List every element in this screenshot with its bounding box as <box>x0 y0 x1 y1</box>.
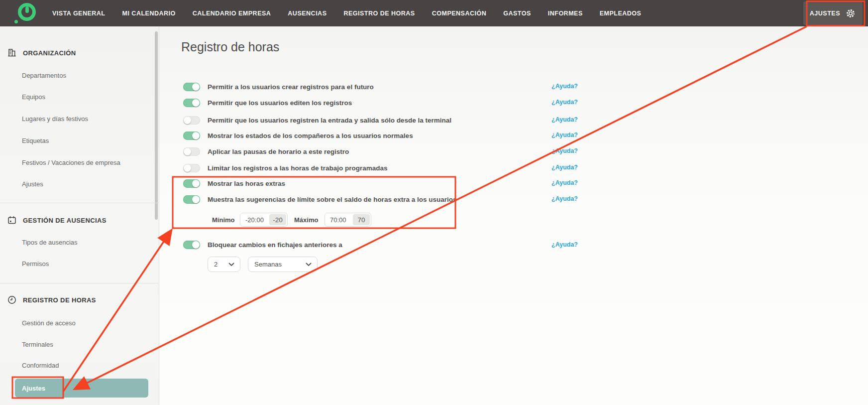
sidebar-item-gestion-de-acceso[interactable]: Gestión de acceso <box>22 319 76 327</box>
sidebar-section-gestion-ausencias: GESTIÓN DE AUSENCIAS <box>7 215 107 226</box>
setting-label: Mostrar las horas extras <box>208 180 285 187</box>
sidebar-item-lugares-dias-festivos[interactable]: Lugares y días festivos <box>22 115 88 123</box>
block-unit-select[interactable]: Semanas <box>248 257 318 272</box>
setting-row: Aplicar las pausas de horario a este reg… <box>183 144 349 158</box>
sidebar-item-ajustes-organizacion[interactable]: Ajustes <box>22 180 43 188</box>
app-logo-icon[interactable] <box>16 3 37 23</box>
nav-item-registro-de-horas[interactable]: REGISTRO DE HORAS <box>343 10 415 17</box>
toggle-estados-companeros[interactable] <box>183 132 200 140</box>
help-link[interactable]: ¿Ayuda? <box>551 83 578 90</box>
logo-dot <box>14 20 18 23</box>
setting-label: Muestra las sugerencias de límite sobre … <box>208 196 456 203</box>
settings-button-label: AJUSTES <box>810 10 840 17</box>
sidebar-item-etiquetas[interactable]: Etiquetas <box>22 137 49 144</box>
min-hours-value: -20:00 <box>240 213 268 226</box>
nav-item-gastos[interactable]: GASTOS <box>503 10 531 17</box>
nav-item-compensacion[interactable]: COMPENSACIÓN <box>432 10 486 17</box>
gear-icon <box>845 8 856 19</box>
sidebar-item-festivos-vacaciones[interactable]: Festivos / Vacaciones de empresa <box>22 159 120 166</box>
settings-page: { "nav": { "items": ["VISTA GENERAL", "M… <box>0 0 868 405</box>
calendar-icon <box>7 215 17 225</box>
clock-icon <box>7 295 17 305</box>
setting-label: Mostrar los estados de los compañeros a … <box>208 132 413 139</box>
max-hours-value: 70:00 <box>325 213 352 226</box>
nav-item-ausencias[interactable]: AUSENCIAS <box>288 10 326 17</box>
setting-row: Permitir que los usuarios registren la e… <box>183 113 451 127</box>
setting-row: Bloquear cambios en fichajes anteriores … <box>183 238 342 252</box>
sidebar-scrollbar-thumb[interactable] <box>155 31 158 220</box>
toggle-bloquear-cambios[interactable] <box>183 241 200 249</box>
sidebar-item-terminales[interactable]: Terminales <box>22 341 53 348</box>
toggle-sugerencias-limite[interactable] <box>183 195 200 204</box>
toggle-editar-registros[interactable] <box>183 99 200 107</box>
toggle-mostrar-horas-extras[interactable] <box>183 179 200 188</box>
nav-item-empleados[interactable]: EMPLEADOS <box>600 10 642 17</box>
sidebar-section-registro-de-horas: REGISTRO DE HORAS <box>7 294 96 305</box>
chevron-down-icon <box>228 263 234 267</box>
min-hours-input[interactable]: -20:00 -20 <box>240 213 288 227</box>
top-nav-bar: VISTA GENERAL MI CALENDARIO CALENDARIO E… <box>0 0 868 26</box>
sidebar-section-title: ORGANIZACIÓN <box>23 49 76 57</box>
sidebar-section-title: GESTIÓN DE AUSENCIAS <box>23 217 107 224</box>
help-link[interactable]: ¿Ayuda? <box>551 241 578 248</box>
settings-button[interactable]: AJUSTES <box>803 1 863 25</box>
setting-row: Mostrar los estados de los compañeros a … <box>183 129 413 142</box>
sidebar-item-conformidad[interactable]: Conformidad <box>22 362 59 369</box>
nav-item-vista-general[interactable]: VISTA GENERAL <box>52 10 106 17</box>
sidebar-item-departamentos[interactable]: Departamentos <box>22 72 66 79</box>
chevron-down-icon <box>306 263 312 267</box>
sidebar-divider <box>0 203 159 203</box>
sidebar-item-equipos[interactable]: Equipos <box>22 93 45 101</box>
help-link[interactable]: ¿Ayuda? <box>551 99 578 106</box>
toggle-limitar-horas-programadas[interactable] <box>183 164 200 172</box>
max-hours-badge: 70 <box>353 214 370 225</box>
sidebar: ORGANIZACIÓN Departamentos Equipos Lugar… <box>0 26 159 405</box>
sidebar-item-ajustes-active[interactable]: Ajustes <box>15 379 148 398</box>
help-link[interactable]: ¿Ayuda? <box>551 179 578 186</box>
block-amount-select[interactable]: 2 <box>208 257 240 272</box>
help-link[interactable]: ¿Ayuda? <box>551 116 578 123</box>
help-link[interactable]: ¿Ayuda? <box>551 147 578 154</box>
nav-item-mi-calendario[interactable]: MI CALENDARIO <box>122 10 176 17</box>
page-title: Registro de horas <box>181 40 279 54</box>
sidebar-divider <box>0 283 159 283</box>
sidebar-section-title: REGISTRO DE HORAS <box>23 296 96 304</box>
sidebar-section-organizacion: ORGANIZACIÓN <box>7 47 76 58</box>
building-icon <box>7 48 17 58</box>
help-link[interactable]: ¿Ayuda? <box>551 132 578 138</box>
logo-hand <box>25 6 29 13</box>
setting-label: Permitir que los usuarios editen los reg… <box>208 99 352 107</box>
toggle-pausas-horario[interactable] <box>183 147 200 156</box>
setting-label: Permitir que los usuarios registren la e… <box>208 117 451 124</box>
help-link[interactable]: ¿Ayuda? <box>551 164 578 171</box>
sidebar-item-permisos[interactable]: Permisos <box>22 260 49 268</box>
nav-item-calendario-empresa[interactable]: CALENDARIO EMPRESA <box>193 10 271 17</box>
min-label: Mínimo <box>212 216 235 224</box>
block-unit-value: Semanas <box>254 261 282 268</box>
min-hours-badge: -20 <box>269 214 286 225</box>
help-link[interactable]: ¿Ayuda? <box>551 195 578 202</box>
setting-label: Permitir a los usuarios crear registros … <box>208 83 374 91</box>
setting-row: Mostrar las horas extras <box>183 176 285 190</box>
setting-row: Limitar los registros a las horas de tra… <box>183 161 388 175</box>
block-amount-value: 2 <box>214 261 217 268</box>
toggle-solo-terminal[interactable] <box>183 116 200 125</box>
setting-label: Aplicar las pausas de horario a este reg… <box>208 148 349 155</box>
max-hours-input[interactable]: 70:00 70 <box>325 213 371 227</box>
toggle-crear-registros-futuro[interactable] <box>183 83 200 91</box>
setting-row: Permitir a los usuarios crear registros … <box>183 80 374 94</box>
max-label: Máximo <box>294 216 318 224</box>
setting-label: Bloquear cambios en fichajes anteriores … <box>208 241 342 249</box>
setting-row: Permitir que los usuarios editen los reg… <box>183 96 352 110</box>
sidebar-item-tipos-de-ausencias[interactable]: Tipos de ausencias <box>22 239 78 246</box>
setting-label: Limitar los registros a las horas de tra… <box>208 164 388 172</box>
setting-row: Muestra las sugerencias de límite sobre … <box>183 192 456 206</box>
sidebar-active-item-label: Ajustes <box>22 385 45 392</box>
nav-item-informes[interactable]: INFORMES <box>548 10 583 17</box>
